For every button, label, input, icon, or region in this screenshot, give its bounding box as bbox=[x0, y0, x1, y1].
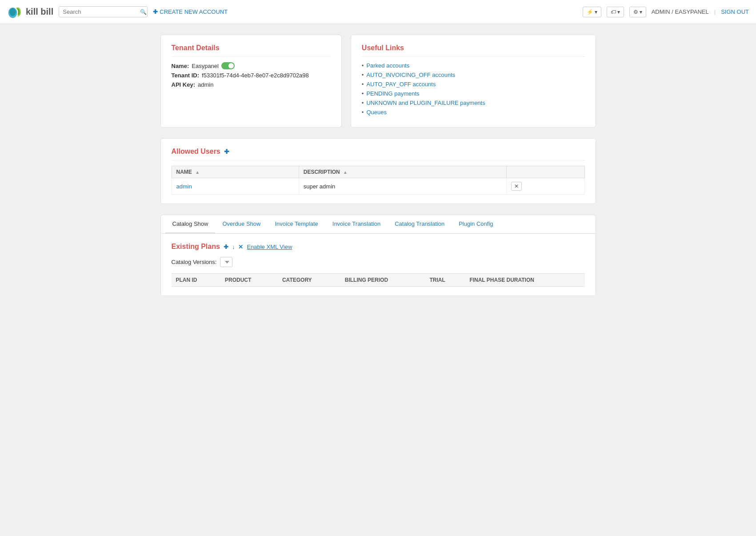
catalog-versions-row: Catalog Versions: bbox=[172, 257, 585, 267]
plus-icon: ✚ bbox=[153, 8, 158, 15]
tag-icon: 🏷 bbox=[611, 9, 616, 15]
nav-user-label: ADMIN / EASYPANEL bbox=[652, 8, 709, 15]
tag-chevron: ▾ bbox=[617, 9, 620, 15]
plans-table: PLAN ID PRODUCT CATEGORY BILLING PERIOD … bbox=[172, 273, 585, 287]
users-table-head: NAME ▲ DESCRIPTION ▲ bbox=[172, 166, 584, 178]
create-account-button[interactable]: ✚ CREATE NEW ACCOUNT bbox=[153, 8, 228, 15]
delete-plan-icon[interactable]: ✕ bbox=[238, 244, 243, 250]
auto-pay-off-link[interactable]: AUTO_PAY_OFF accounts bbox=[366, 81, 436, 88]
catalog-versions-label: Catalog Versions: bbox=[172, 259, 217, 265]
auto-invoicing-off-link[interactable]: AUTO_INVOICING_OFF accounts bbox=[366, 72, 455, 78]
tab-catalog-translation[interactable]: Catalog Translation bbox=[388, 215, 452, 234]
user-name-cell: admin bbox=[172, 178, 299, 195]
user-actions-cell: ✕ bbox=[507, 178, 584, 195]
cards-row: Tenant Details Name: Easypanel Tenant ID… bbox=[160, 35, 596, 128]
nav-divider: | bbox=[714, 8, 716, 15]
users-table-body: admin super admin ✕ bbox=[172, 178, 584, 195]
useful-links-card: Useful Links Parked accounts AUTO_INVOIC… bbox=[351, 35, 596, 128]
col-name-label: NAME bbox=[176, 169, 192, 175]
tenant-name-label: Name: bbox=[172, 63, 189, 69]
brand-text: kill bill bbox=[26, 7, 53, 17]
enable-xml-link[interactable]: Enable XML View bbox=[247, 244, 292, 250]
plans-table-head: PLAN ID PRODUCT CATEGORY BILLING PERIOD … bbox=[172, 274, 585, 287]
tenant-toggle[interactable] bbox=[221, 62, 235, 69]
brand-logo[interactable]: kill bill bbox=[7, 4, 53, 20]
main-content: Tenant Details Name: Easypanel Tenant ID… bbox=[134, 24, 623, 307]
unknown-plugin-failure-link[interactable]: UNKNOWN and PLUGIN_FAILURE payments bbox=[366, 100, 485, 106]
tenant-name-value: Easypanel bbox=[192, 63, 219, 69]
search-box: 🔍 bbox=[59, 6, 148, 17]
existing-plans-title-text: Existing Plans bbox=[172, 243, 220, 251]
tab-plugin-config[interactable]: Plugin Config bbox=[452, 215, 500, 234]
create-account-label: CREATE NEW ACCOUNT bbox=[160, 8, 228, 15]
add-user-icon[interactable]: ✚ bbox=[224, 148, 229, 155]
col-actions bbox=[507, 166, 584, 178]
users-table: NAME ▲ DESCRIPTION ▲ admin super admin bbox=[172, 166, 585, 195]
table-header-row: NAME ▲ DESCRIPTION ▲ bbox=[172, 166, 584, 178]
api-key-label: API Key: bbox=[172, 81, 195, 88]
list-item: AUTO_INVOICING_OFF accounts bbox=[362, 72, 585, 78]
col-plan-id: PLAN ID bbox=[172, 274, 221, 287]
col-trial: TRIAL bbox=[425, 274, 465, 287]
plans-header-row: PLAN ID PRODUCT CATEGORY BILLING PERIOD … bbox=[172, 274, 585, 287]
parked-accounts-link[interactable]: Parked accounts bbox=[366, 62, 409, 69]
lightning-icon: ⚡ bbox=[587, 9, 593, 15]
table-row: admin super admin ✕ bbox=[172, 178, 584, 195]
lightning-menu-button[interactable]: ⚡ ▾ bbox=[583, 7, 601, 17]
tag-menu-button[interactable]: 🏷 ▾ bbox=[607, 7, 624, 17]
search-icon: 🔍 bbox=[140, 9, 147, 15]
tenant-details-card: Tenant Details Name: Easypanel Tenant ID… bbox=[160, 35, 342, 128]
allowed-users-section: Allowed Users ✚ NAME ▲ DESCRIPTION ▲ bbox=[160, 138, 596, 204]
gear-chevron: ▾ bbox=[640, 9, 642, 15]
add-plan-icon[interactable]: ✚ bbox=[224, 244, 228, 250]
sign-out-button[interactable]: SIGN OUT bbox=[721, 8, 749, 15]
catalog-show-content: Existing Plans ✚ ↓ ✕ Enable XML View Cat… bbox=[161, 234, 596, 296]
sort-icon-name[interactable]: ▲ bbox=[195, 170, 200, 175]
sort-icon-description[interactable]: ▲ bbox=[343, 170, 348, 175]
navbar: kill bill 🔍 ✚ CREATE NEW ACCOUNT ⚡ ▾ 🏷 ▾… bbox=[0, 0, 756, 24]
list-item: PENDING payments bbox=[362, 90, 585, 97]
user-name-link[interactable]: admin bbox=[176, 183, 192, 190]
gear-icon: ⚙ bbox=[633, 9, 638, 15]
catalog-versions-select[interactable] bbox=[220, 257, 232, 267]
useful-links-list: Parked accounts AUTO_INVOICING_OFF accou… bbox=[362, 62, 585, 116]
tenant-name-field: Name: Easypanel bbox=[172, 62, 331, 69]
col-category: CATEGORY bbox=[278, 274, 340, 287]
remove-user-button[interactable]: ✕ bbox=[511, 182, 522, 191]
col-final-phase-duration: FINAL PHASE DURATION bbox=[465, 274, 584, 287]
tenant-details-title: Tenant Details bbox=[172, 44, 331, 57]
col-description: DESCRIPTION ▲ bbox=[299, 166, 507, 178]
lightning-chevron: ▾ bbox=[595, 9, 597, 15]
col-description-label: DESCRIPTION bbox=[304, 169, 340, 175]
tenant-id-value: f53301f5-74d4-4eb7-8e07-e2c8d9702a98 bbox=[202, 72, 309, 79]
list-item: AUTO_PAY_OFF accounts bbox=[362, 81, 585, 88]
gear-menu-button[interactable]: ⚙ ▾ bbox=[629, 7, 646, 17]
list-item: Queues bbox=[362, 109, 585, 116]
tab-overdue-show[interactable]: Overdue Show bbox=[215, 215, 268, 234]
download-plan-icon[interactable]: ↓ bbox=[232, 244, 235, 250]
tabs-bar: Catalog Show Overdue Show Invoice Templa… bbox=[161, 215, 596, 234]
api-key-value: admin bbox=[198, 81, 213, 88]
col-billing-period: BILLING PERIOD bbox=[340, 274, 425, 287]
existing-plans-header: Existing Plans ✚ ↓ ✕ Enable XML View bbox=[172, 243, 585, 251]
tab-invoice-translation[interactable]: Invoice Translation bbox=[325, 215, 388, 234]
user-description-cell: super admin bbox=[299, 178, 507, 195]
tab-catalog-show[interactable]: Catalog Show bbox=[165, 215, 216, 234]
allowed-users-title: Allowed Users ✚ bbox=[172, 148, 585, 160]
list-item: UNKNOWN and PLUGIN_FAILURE payments bbox=[362, 100, 585, 106]
pending-payments-link[interactable]: PENDING payments bbox=[366, 90, 419, 97]
search-input[interactable] bbox=[63, 8, 137, 15]
logo-icon bbox=[7, 4, 23, 20]
useful-links-title: Useful Links bbox=[362, 44, 585, 57]
tab-invoice-template[interactable]: Invoice Template bbox=[268, 215, 325, 234]
tabs-section: Catalog Show Overdue Show Invoice Templa… bbox=[160, 215, 596, 296]
col-name: NAME ▲ bbox=[172, 166, 299, 178]
tenant-id-label: Tenant ID: bbox=[172, 72, 200, 79]
allowed-users-title-text: Allowed Users bbox=[172, 148, 220, 156]
api-key-field: API Key: admin bbox=[172, 81, 331, 88]
queues-link[interactable]: Queues bbox=[366, 109, 387, 116]
tenant-id-field: Tenant ID: f53301f5-74d4-4eb7-8e07-e2c8d… bbox=[172, 72, 331, 79]
svg-point-1 bbox=[9, 8, 16, 16]
col-product: PRODUCT bbox=[220, 274, 278, 287]
list-item: Parked accounts bbox=[362, 62, 585, 69]
